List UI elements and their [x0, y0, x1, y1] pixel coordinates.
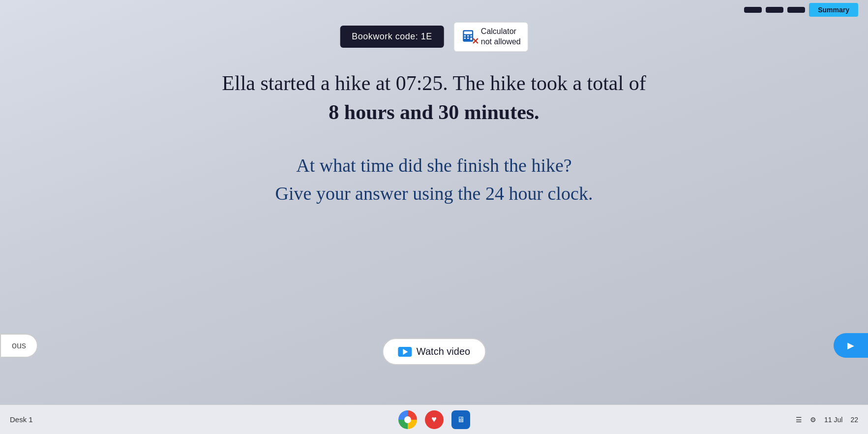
settings-icon: ⚙	[810, 416, 816, 424]
question-line1: Ella started a hike at 07:25. The hike t…	[222, 72, 646, 94]
question-line2: 8 hours and 30 minutes.	[329, 101, 539, 124]
summary-button[interactable]: Summary	[809, 3, 858, 17]
taskbar-center: ♥ 🖥	[398, 410, 470, 429]
next-button[interactable]: ▶	[834, 333, 868, 358]
taskbar-date: 11 Jul	[824, 416, 842, 424]
menu-icon: ☰	[796, 416, 802, 424]
main-question-area: Ella started a hike at 07:25. The hike t…	[164, 69, 705, 208]
question-line3: At what time did she finish the hike?	[296, 155, 571, 176]
nav-btn-1[interactable]	[744, 7, 762, 13]
svg-rect-6	[467, 37, 469, 38]
calculator-icon: ✕	[461, 29, 477, 45]
nav-btn-2[interactable]	[766, 7, 783, 13]
top-navigation-bar: Summary	[0, 0, 868, 20]
svg-rect-1	[464, 31, 472, 34]
meta-bar: Bookwork code: 1E ✕ Calculator not allow…	[340, 22, 528, 52]
watch-video-button[interactable]: Watch video	[382, 338, 486, 365]
desk-label: Desk 1	[10, 415, 33, 424]
svg-rect-5	[464, 37, 466, 38]
previous-button[interactable]: ous	[0, 334, 38, 358]
calculator-x-icon: ✕	[472, 37, 479, 46]
calculator-line1: Calculator	[481, 27, 521, 37]
video-icon	[398, 347, 412, 357]
taskbar-right: ☰ ⚙ 11 Jul 22	[796, 416, 858, 424]
bookwork-code-badge: Bookwork code: 1E	[340, 26, 444, 48]
calculator-text: Calculator not allowed	[481, 27, 521, 47]
nav-btn-3[interactable]	[787, 7, 805, 13]
watch-video-label: Watch video	[417, 346, 470, 357]
taskbar: Desk 1 ♥ 🖥 ☰ ⚙ 11 Jul 22	[0, 404, 868, 434]
blue-square-icon[interactable]: 🖥	[451, 410, 470, 429]
svg-rect-3	[467, 35, 469, 36]
svg-rect-2	[464, 35, 466, 36]
question-text-block: Ella started a hike at 07:25. The hike t…	[164, 69, 705, 127]
taskbar-left: Desk 1	[10, 415, 33, 424]
calculator-line2: not allowed	[481, 37, 521, 47]
chrome-icon[interactable]	[398, 410, 417, 429]
question-sub-text: At what time did she finish the hike? Gi…	[164, 152, 705, 208]
red-circle-icon[interactable]: ♥	[425, 410, 444, 429]
taskbar-time: 22	[850, 416, 858, 424]
question-line4: Give your answer using the 24 hour clock…	[275, 183, 593, 204]
calculator-badge: ✕ Calculator not allowed	[454, 22, 528, 52]
bookwork-code-label: Bookwork code: 1E	[352, 31, 432, 41]
